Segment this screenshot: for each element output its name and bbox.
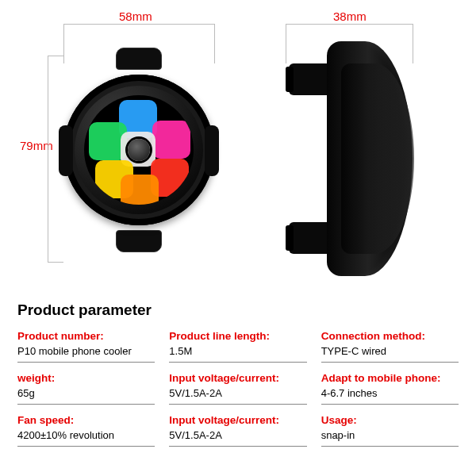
dim-line [48,262,63,263]
spec-label: Input voltage/current: [169,372,306,384]
spec-value: 65g [17,387,155,399]
product-side-view [284,41,416,276]
rgb-fan [84,95,194,205]
spec-section: Product parameter Product number:P10 mob… [17,301,459,447]
spec-cell: Product line length:1.5M [169,327,306,363]
rgb-segment [152,121,190,159]
spec-cell: Usage:snap-in [321,411,459,447]
bottom-clip [116,230,162,252]
cooler-body [63,75,214,225]
spec-cell: Input voltage/current:5V/1.5A-2A [169,369,306,405]
dim-depth: 38mm [333,10,367,23]
spec-grid: Product number:P10 mobile phone coolerPr… [17,327,459,447]
spec-value: P10 mobile phone cooler [17,345,155,357]
spec-cell: Connection method:TYPE-C wired [321,327,459,363]
dim-line [48,56,48,262]
spec-label: weight: [17,372,155,384]
spec-cell: weight:65g [17,369,155,405]
dimension-diagram: 58mm 38mm 79mm [0,0,476,294]
spec-label: Adapt to mobile phone: [321,372,459,384]
spec-cell: Adapt to mobile phone:4-6.7 inches [321,369,459,405]
spec-value: 5V/1.5A-2A [169,387,306,399]
spec-cell: Product number:P10 mobile phone cooler [17,327,155,363]
spec-cell: Input voltage/current:5V/1.5A-2A [169,411,306,447]
dim-width: 58mm [119,10,152,23]
spec-label: Fan speed: [17,414,155,426]
dim-line [286,24,413,25]
spec-value: 5V/1.5A-2A [169,429,306,441]
side-knob [59,125,73,176]
top-clip [116,48,162,70]
spec-value: 4-6.7 inches [321,387,459,399]
spec-value: TYPE-C wired [321,345,459,357]
fan-hub [128,139,150,161]
side-knob [205,125,219,176]
spec-label: Connection method: [321,330,459,342]
dim-line [48,56,63,56]
spec-cell: Fan speed:4200±10% revolution [17,411,155,447]
spec-value: 4200±10% revolution [17,429,155,441]
dim-line [63,24,214,25]
spec-label: Product number: [17,330,155,342]
spec-label: Input voltage/current: [169,414,306,426]
spec-label: Product line length: [169,330,306,342]
spec-label: Usage: [321,414,459,426]
spec-value: snap-in [321,429,459,441]
product-front-view [63,48,214,270]
rgb-segment [121,175,159,205]
dim-line [214,24,215,63]
spec-value: 1.5M [169,345,306,357]
spec-heading: Product parameter [17,301,459,319]
